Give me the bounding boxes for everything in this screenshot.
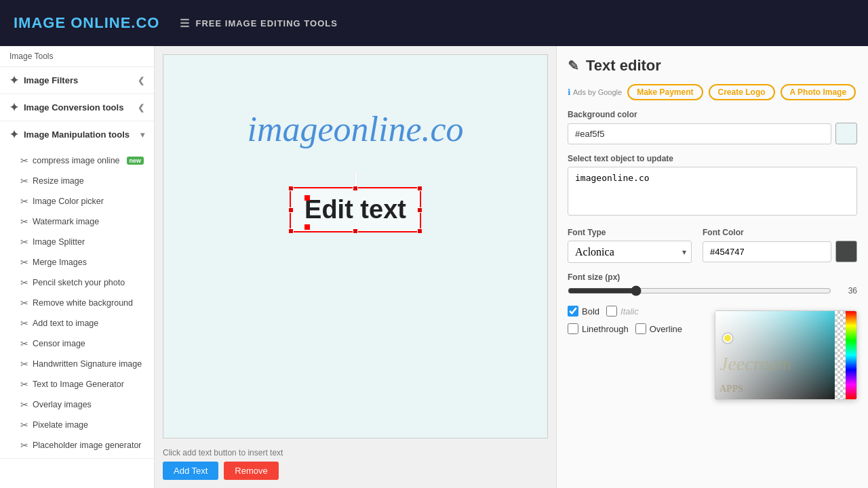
handle-mr (417, 207, 422, 213)
bold-checkbox[interactable] (568, 306, 578, 317)
overlay-icon: ✂ (20, 399, 28, 410)
text-to-image-icon: ✂ (20, 379, 28, 390)
sidebar-item-merge[interactable]: ✂ Merge Images (0, 252, 154, 272)
watermark-label: Watermark image (33, 217, 99, 226)
menu-icon: ☰ (180, 17, 190, 30)
select-text-label: Select text object to update (568, 154, 857, 163)
add-text-icon: ✂ (20, 318, 28, 329)
sidebar-item-watermark[interactable]: ✂ Watermark image (0, 211, 154, 232)
color-spectrum-strip[interactable] (846, 311, 856, 399)
image-conversion-chevron: ❮ (138, 103, 144, 113)
font-type-color-row: Font Type Aclonica Arial Georgia Times N… (568, 228, 857, 263)
watermark-text: JeecreamAPPS (719, 353, 791, 396)
nav-menu[interactable]: ☰ FREE IMAGE EDITING TOOLS (180, 17, 337, 30)
pencil-icon: ✂ (20, 277, 28, 288)
remove-text-button[interactable]: Remove (224, 462, 278, 480)
italic-checkbox-item[interactable]: Italic (606, 306, 639, 317)
handle-bm (353, 228, 358, 234)
linethrough-label: Linethrough (582, 324, 629, 334)
canvas-main-text: imageonline.co (247, 109, 463, 149)
resize-icon: ✂ (20, 176, 28, 186)
image-filters-icon: ✦ (9, 74, 18, 87)
ads-row: ℹ Ads by Google Make Payment Create Logo… (568, 84, 857, 100)
handle-bl (288, 228, 294, 234)
sidebar-section-image-manipulation: ✦ Image Manipulation tools ▾ ✂ compress … (0, 121, 154, 459)
sidebar-item-remove-bg[interactable]: ✂ Remove white background (0, 293, 154, 313)
image-filters-label: Image Filters (24, 75, 132, 85)
sidebar-section-header-image-conversion[interactable]: ✦ Image Conversion tools ❮ (0, 94, 154, 121)
handle-tm (353, 186, 358, 191)
sidebar-section-header-image-filters[interactable]: ✦ Image Filters ❮ (0, 67, 154, 94)
sidebar-item-add-text[interactable]: ✂ Add text to image (0, 313, 154, 333)
font-color-swatch[interactable] (835, 241, 857, 262)
pixelate-icon: ✂ (20, 420, 28, 430)
handle-ml (288, 207, 294, 213)
image-manipulation-chevron: ▾ (140, 130, 144, 140)
panel-title-text: Text editor (586, 57, 661, 75)
text-object-input[interactable]: imageonline.co (568, 167, 857, 216)
sidebar-item-resize[interactable]: ✂ Resize image (0, 171, 154, 191)
watermark-icon: ✂ (20, 216, 28, 227)
sidebar-item-pixelate[interactable]: ✂ Pixelate image (0, 415, 154, 435)
edit-icon: ✎ (568, 58, 579, 74)
overlay-label: Overlay images (33, 400, 92, 409)
color-picker-cursor (723, 333, 732, 343)
ads-btn-make-payment[interactable]: Make Payment (627, 84, 703, 100)
font-size-value: 36 (837, 286, 857, 296)
logo-image-text: IMAGE (14, 14, 66, 31)
sidebar-item-color-picker[interactable]: ✂ Image Color picker (0, 191, 154, 211)
image-conversion-icon: ✦ (9, 101, 18, 114)
image-manipulation-icon: ✦ (9, 128, 18, 141)
font-color-input[interactable] (703, 241, 831, 262)
background-color-swatch[interactable] (835, 123, 857, 144)
compress-label: compress image online (33, 156, 120, 165)
font-color-label: Font Color (703, 228, 857, 237)
text-to-image-label: Text to Image Generator (33, 380, 124, 389)
font-size-slider[interactable] (568, 285, 831, 296)
italic-label: Italic (620, 306, 639, 317)
sidebar-item-placeholder[interactable]: ✂ Placeholder image generator (0, 435, 154, 455)
sidebar-item-compress[interactable]: ✂ compress image online new (0, 150, 154, 171)
handwritten-icon: ✂ (20, 359, 28, 369)
sidebar-item-splitter[interactable]: ✂ Image Splitter (0, 232, 154, 252)
color-picker-popup: JeecreamAPPS (715, 310, 857, 400)
background-color-input[interactable] (568, 123, 831, 144)
linethrough-checkbox-item[interactable]: Linethrough (568, 323, 629, 334)
ads-btn-photo-image[interactable]: A Photo Image (781, 84, 856, 100)
linethrough-checkbox[interactable] (568, 323, 578, 334)
handwritten-label: Handwritten Signature image (33, 359, 142, 369)
color-alpha-strip[interactable] (835, 311, 846, 399)
sidebar-item-text-to-image[interactable]: ✂ Text to Image Generator (0, 374, 154, 394)
sidebar: Image Tools ✦ Image Filters ❮ ✦ Image Co… (0, 46, 155, 488)
overline-checkbox[interactable] (635, 323, 646, 334)
resize-label: Resize image (33, 176, 84, 186)
sidebar-item-overlay[interactable]: ✂ Overlay images (0, 394, 154, 415)
font-type-select[interactable]: Aclonica Arial Georgia Times New Roman C… (568, 241, 692, 263)
ads-btn-create-logo[interactable]: Create Logo (709, 84, 775, 100)
add-text-button[interactable]: Add Text (163, 462, 218, 480)
splitter-label: Image Splitter (33, 237, 85, 247)
sidebar-item-censor[interactable]: ✂ Censor image (0, 333, 154, 354)
edit-text-box[interactable]: Edit text (290, 187, 421, 232)
canvas-area: imageonline.co Edit text (163, 54, 548, 439)
pixelate-label: Pixelate image (33, 420, 88, 430)
main-layout: Image Tools ✦ Image Filters ❮ ✦ Image Co… (0, 46, 868, 488)
italic-checkbox[interactable] (606, 306, 617, 317)
panel-title: ✎ Text editor (568, 57, 857, 75)
sidebar-item-pencil[interactable]: ✂ Pencil sketch your photo (0, 272, 154, 293)
font-color-col: Font Color (703, 228, 857, 263)
splitter-icon: ✂ (20, 237, 28, 247)
canvas-buttons: Add Text Remove (163, 462, 548, 480)
bold-checkbox-item[interactable]: Bold (568, 306, 599, 317)
remove-bg-label: Remove white background (33, 298, 133, 308)
font-type-label: Font Type (568, 228, 692, 237)
logo[interactable]: IMAGE ONLINE.CO (14, 14, 159, 32)
sidebar-item-handwritten[interactable]: ✂ Handwritten Signature image (0, 354, 154, 374)
remove-bg-icon: ✂ (20, 298, 28, 308)
handle-br (417, 228, 422, 234)
image-conversion-label: Image Conversion tools (24, 102, 132, 113)
sidebar-section-header-image-manipulation[interactable]: ✦ Image Manipulation tools ▾ (0, 121, 154, 148)
placeholder-icon: ✂ (20, 440, 28, 451)
background-color-row (568, 123, 857, 144)
overline-checkbox-item[interactable]: Overline (635, 323, 682, 334)
